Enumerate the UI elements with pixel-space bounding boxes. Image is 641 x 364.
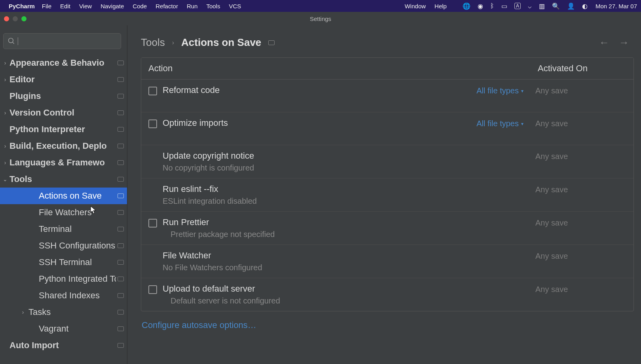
nav-forward-button[interactable]: → bbox=[619, 36, 629, 49]
sidebar-item-editor[interactable]: ›Editor bbox=[0, 71, 127, 88]
menu-tools[interactable]: Tools bbox=[206, 3, 220, 9]
sidebar-item-label: Editor bbox=[9, 74, 116, 85]
sidebar-item-label: Vagrant bbox=[39, 324, 116, 334]
spotlight-icon[interactable]: 🔍 bbox=[552, 2, 560, 10]
sidebar-item-vagrant[interactable]: Vagrant bbox=[0, 320, 127, 337]
action-checkbox[interactable] bbox=[148, 87, 157, 95]
sidebar-item-label: SSH Terminal bbox=[39, 257, 116, 267]
file-types-label: All file types bbox=[476, 119, 519, 128]
menu-run[interactable]: Run bbox=[187, 3, 198, 9]
menu-help[interactable]: Help bbox=[434, 3, 447, 9]
action-checkbox[interactable] bbox=[148, 285, 157, 294]
sidebar-item-ssh-configurations[interactable]: SSH Configurations bbox=[0, 237, 127, 254]
settings-sidebar: │ ›Appearance & Behavio›EditorPlugins›Ve… bbox=[0, 25, 127, 364]
sidebar-item-label: Terminal bbox=[39, 224, 116, 234]
column-header-activated[interactable]: Activated On bbox=[531, 58, 633, 79]
action-row[interactable]: Optimize importsAll file types▾Any save bbox=[141, 112, 633, 145]
sidebar-item-terminal[interactable]: Terminal bbox=[0, 221, 127, 237]
project-scope-icon bbox=[118, 94, 124, 99]
sidebar-item-label: Python Interpreter bbox=[9, 124, 116, 135]
activated-on-value: Any save bbox=[535, 86, 626, 95]
chevron-down-icon: ⌄ bbox=[1, 176, 9, 182]
battery-icon[interactable]: ▭ bbox=[501, 2, 507, 10]
file-types-dropdown[interactable]: All file types▾ bbox=[476, 119, 523, 128]
sidebar-item-ssh-terminal[interactable]: SSH Terminal bbox=[0, 254, 127, 271]
action-row[interactable]: File WatcherNo File Watchers configuredA… bbox=[141, 245, 633, 278]
menu-refactor[interactable]: Refactor bbox=[156, 3, 178, 9]
project-scope-icon bbox=[118, 210, 124, 215]
input-source-icon[interactable]: A bbox=[514, 3, 521, 9]
sidebar-item-shared-indexes[interactable]: Shared Indexes bbox=[0, 287, 127, 304]
project-scope-icon bbox=[118, 127, 124, 132]
menu-file[interactable]: File bbox=[42, 3, 51, 9]
menubar-clock[interactable]: Mon 27. Mar 07 bbox=[595, 3, 637, 9]
file-types-dropdown[interactable]: All file types▾ bbox=[476, 86, 523, 95]
chevron-right-icon: › bbox=[1, 110, 9, 116]
menu-code[interactable]: Code bbox=[133, 3, 147, 9]
wifi-icon[interactable]: ⌵ bbox=[528, 2, 532, 10]
menu-edit[interactable]: Edit bbox=[60, 3, 70, 9]
window-title: Settings bbox=[310, 15, 331, 22]
sidebar-item-label: Appearance & Behavio bbox=[9, 58, 116, 68]
action-row[interactable]: Upload to default serverDefault server i… bbox=[141, 278, 633, 311]
action-title: Run eslint --fix bbox=[163, 184, 535, 194]
action-title: Run Prettier bbox=[163, 217, 535, 228]
sidebar-item-appearance-behavio[interactable]: ›Appearance & Behavio bbox=[0, 55, 127, 71]
zoom-window-button[interactable] bbox=[21, 16, 27, 21]
chevron-right-icon: › bbox=[172, 39, 174, 46]
app-name[interactable]: PyCharm bbox=[9, 3, 35, 9]
configure-autosave-link[interactable]: Configure autosave options… bbox=[127, 311, 641, 330]
activated-on-value: Any save bbox=[535, 285, 626, 294]
sidebar-item-label: Version Control bbox=[9, 108, 116, 118]
action-row[interactable]: Run eslint --fixESLint integration disab… bbox=[141, 178, 633, 212]
project-scope-icon bbox=[118, 260, 124, 265]
sidebar-item-file-watchers[interactable]: File Watchers bbox=[0, 204, 127, 221]
search-cursor: │ bbox=[16, 38, 20, 45]
chevron-right-icon: › bbox=[1, 143, 9, 149]
action-row[interactable]: Run PrettierPrettier package not specifi… bbox=[141, 212, 633, 245]
action-checkbox[interactable] bbox=[148, 219, 157, 228]
close-window-button[interactable] bbox=[4, 16, 9, 21]
globe-icon[interactable]: 🌐 bbox=[463, 2, 470, 10]
project-scope-icon bbox=[118, 193, 124, 198]
settings-content: Tools › Actions on Save ← → Action Activ… bbox=[127, 25, 641, 364]
sidebar-item-version-control[interactable]: ›Version Control bbox=[0, 104, 127, 121]
action-subtitle: No copyright is configured bbox=[163, 163, 535, 173]
sidebar-item-plugins[interactable]: Plugins bbox=[0, 88, 127, 104]
menu-navigate[interactable]: Navigate bbox=[101, 3, 124, 9]
nav-back-button[interactable]: ← bbox=[599, 36, 609, 49]
sidebar-item-build-execution-deplo[interactable]: ›Build, Execution, Deplo bbox=[0, 138, 127, 154]
sidebar-item-python-integrated-to[interactable]: Python Integrated To bbox=[0, 271, 127, 287]
actions-table: Action Activated On Reformat codeAll fil… bbox=[141, 57, 634, 311]
breadcrumb-root[interactable]: Tools bbox=[141, 36, 165, 49]
control-center-icon[interactable]: ▥ bbox=[539, 2, 545, 10]
sidebar-item-tools[interactable]: ⌄Tools bbox=[0, 171, 127, 188]
settings-search-input[interactable]: │ bbox=[3, 33, 121, 49]
sidebar-item-python-interpreter[interactable]: Python Interpreter bbox=[0, 121, 127, 138]
user-icon[interactable]: 👤 bbox=[567, 2, 575, 10]
activated-on-value: Any save bbox=[535, 252, 626, 261]
activated-on-value: Any save bbox=[535, 185, 626, 194]
sidebar-item-actions-on-save[interactable]: Actions on Save bbox=[0, 188, 127, 204]
action-subtitle: Default server is not configured bbox=[171, 296, 535, 305]
siri-icon[interactable]: ◐ bbox=[582, 2, 588, 10]
search-icon bbox=[8, 37, 15, 45]
action-subtitle: No File Watchers configured bbox=[163, 263, 535, 272]
bluetooth-icon[interactable]: ᛒ bbox=[490, 2, 494, 9]
column-header-action[interactable]: Action bbox=[141, 58, 531, 79]
menu-window[interactable]: Window bbox=[405, 3, 426, 9]
menu-view[interactable]: View bbox=[79, 3, 92, 9]
sidebar-item-languages-framewo[interactable]: ›Languages & Framewo bbox=[0, 154, 127, 171]
sidebar-item-auto-import[interactable]: Auto Import bbox=[0, 337, 127, 354]
project-scope-icon bbox=[118, 293, 124, 298]
action-row[interactable]: Reformat codeAll file types▾Any save bbox=[141, 80, 633, 112]
action-row[interactable]: Update copyright noticeNo copyright is c… bbox=[141, 145, 633, 178]
action-checkbox[interactable] bbox=[148, 119, 157, 128]
sidebar-item-label: Auto Import bbox=[9, 340, 116, 351]
chevron-right-icon: › bbox=[1, 76, 9, 83]
project-scope-icon bbox=[118, 227, 124, 231]
sidebar-item-tasks[interactable]: ›Tasks bbox=[0, 304, 127, 320]
minimize-window-button[interactable] bbox=[13, 16, 18, 21]
menu-vcs[interactable]: VCS bbox=[229, 3, 241, 9]
play-icon[interactable]: ◉ bbox=[478, 2, 483, 10]
